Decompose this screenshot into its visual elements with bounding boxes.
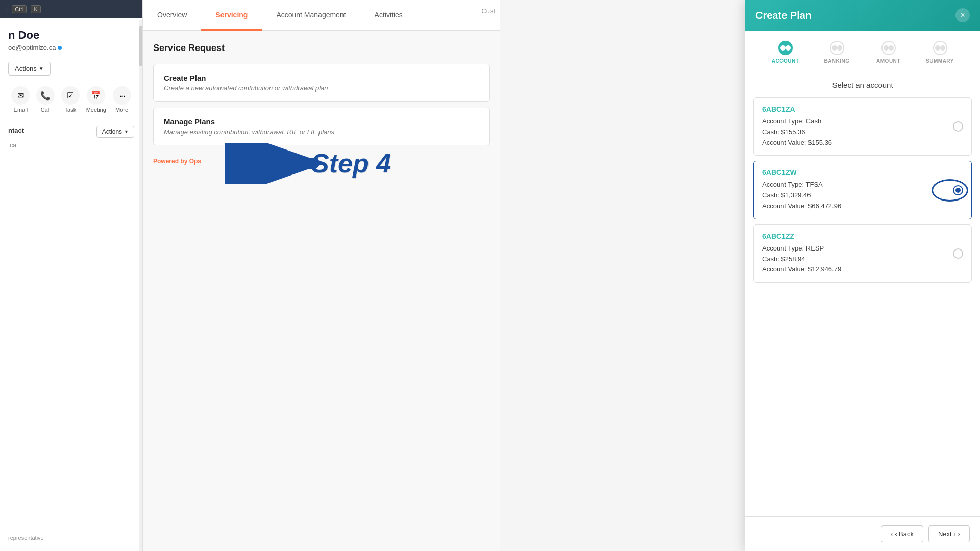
email-verified-dot: [58, 46, 62, 50]
powered-by: Powered by Ops: [153, 158, 490, 165]
contact-name: n Doe: [8, 29, 134, 42]
top-bar-text: t: [6, 6, 8, 13]
tab-account-management[interactable]: Account Management: [262, 0, 360, 31]
task-action[interactable]: ☑ Task: [61, 86, 80, 113]
close-button[interactable]: ×: [955, 8, 970, 22]
more-label: More: [115, 107, 128, 113]
ctrl-key: Ctrl: [12, 5, 27, 13]
step-account-circle: [778, 41, 793, 55]
select-account-title: Select an account: [745, 72, 980, 93]
call-action[interactable]: 📞 Call: [36, 86, 55, 113]
manage-plans-title: Manage Plans: [164, 117, 479, 126]
main-content: Overview Servicing Account Management Ac…: [143, 0, 500, 551]
account-card-6abc1zw[interactable]: 6ABC1ZW Account Type: TFSA Cash: $1,329.…: [753, 161, 972, 219]
panel-header: Create Plan ×: [745, 0, 980, 31]
email-action[interactable]: ✉ Email: [11, 86, 30, 113]
account-id-6abc1zz: 6ABC1ZZ: [762, 232, 963, 240]
step-summary-label: SUMMARY: [926, 58, 954, 64]
radio-btn-6abc1zz[interactable]: [953, 248, 963, 259]
account-type-6abc1zz: Account Type: RESP Cash: $258.94 Account…: [762, 243, 963, 275]
call-icon: 📞: [36, 86, 55, 105]
step-amount-circle: [881, 41, 896, 55]
email-label: Email: [14, 107, 28, 113]
scrollbar[interactable]: [139, 20, 142, 551]
manage-plans-card[interactable]: Manage Plans Manage existing contributio…: [153, 108, 490, 145]
account-type-6abc1zw: Account Type: TFSA Cash: $1,329.46 Accou…: [762, 180, 963, 211]
tabs-bar: Overview Servicing Account Management Ac…: [143, 0, 500, 31]
more-icon: ···: [113, 86, 131, 105]
step-banking: BANKING: [811, 41, 863, 64]
radio-btn-6abc1zw[interactable]: [953, 185, 963, 195]
tab-activities[interactable]: Activities: [360, 0, 417, 31]
tab-servicing[interactable]: Servicing: [201, 0, 262, 31]
email-detail: .ca: [8, 142, 134, 149]
create-plan-desc: Create a new automated contribution or w…: [164, 84, 479, 92]
step-account: ACCOUNT: [760, 41, 811, 64]
actions-button[interactable]: Actions ▼: [8, 62, 51, 76]
step-amount-label: AMOUNT: [876, 58, 900, 64]
create-plan-panel: Create Plan × ACCOUNT BANKING AMOUNT: [745, 0, 980, 551]
manage-plans-desc: Manage existing contribution, withdrawal…: [164, 128, 479, 136]
service-request-title: Service Request: [153, 43, 490, 54]
tab-overview[interactable]: Overview: [143, 0, 201, 31]
action-icon-row: ✉ Email 📞 Call ☑ Task 📅 Meeting ··· More: [0, 80, 142, 119]
account-id-6abc1za: 6ABC1ZA: [762, 105, 963, 113]
k-key: K: [31, 5, 40, 13]
account-card-6abc1zz[interactable]: 6ABC1ZZ Account Type: RESP Cash: $258.94…: [753, 224, 972, 283]
contact-info: n Doe oe@optimize.ca: [0, 18, 142, 58]
tab-content: Service Request Create Plan Create a new…: [143, 31, 500, 177]
step-banking-label: BANKING: [824, 58, 849, 64]
step-account-label: ACCOUNT: [772, 58, 799, 64]
meeting-action[interactable]: 📅 Meeting: [86, 86, 106, 113]
more-action[interactable]: ··· More: [113, 86, 131, 113]
call-label: Call: [41, 107, 51, 113]
contact-actions-button[interactable]: Actions ▼: [96, 126, 134, 138]
step-amount: AMOUNT: [863, 41, 914, 64]
left-panel: t Ctrl K n Doe oe@optimize.ca Actions ▼ …: [0, 0, 143, 551]
next-button[interactable]: Next › ›: [928, 525, 970, 542]
account-card-6abc1za[interactable]: 6ABC1ZA Account Type: Cash Cash: $155.36…: [753, 97, 972, 156]
stepper: ACCOUNT BANKING AMOUNT SUMMARY: [745, 31, 980, 72]
step-summary-circle: [933, 41, 947, 55]
step-summary: SUMMARY: [914, 41, 966, 64]
cust-label: Cust: [481, 7, 495, 15]
task-icon: ☑: [61, 86, 80, 105]
meeting-label: Meeting: [86, 107, 106, 113]
email-icon: ✉: [11, 86, 30, 105]
contact-email: oe@optimize.ca: [8, 44, 134, 52]
back-chevron-icon: ‹: [891, 530, 893, 538]
step-banking-circle: [830, 41, 844, 55]
panel-title: Create Plan: [755, 10, 812, 21]
chevron-down-icon: ▼: [39, 66, 44, 71]
next-chevron-icon: ›: [958, 530, 960, 538]
task-label: Task: [65, 107, 77, 113]
panel-footer: ‹ ‹ Back Next › ›: [745, 516, 980, 551]
contact-section-title: ntact: [8, 127, 24, 134]
create-plan-card[interactable]: Create Plan Create a new automated contr…: [153, 64, 490, 102]
account-list: 6ABC1ZA Account Type: Cash Cash: $155.36…: [745, 93, 980, 496]
scrollbar-thumb[interactable]: [139, 26, 142, 66]
top-bar: t Ctrl K: [0, 0, 142, 18]
radio-btn-6abc1za[interactable]: [953, 121, 963, 132]
meeting-icon: 📅: [87, 86, 105, 105]
chevron-down-icon-2: ▼: [124, 129, 129, 134]
back-button[interactable]: ‹ ‹ Back: [881, 525, 923, 542]
rep-label: representative: [8, 535, 44, 541]
account-type-6abc1za: Account Type: Cash Cash: $155.36 Account…: [762, 116, 963, 148]
create-plan-title: Create Plan: [164, 73, 479, 82]
contact-section: ntact Actions ▼ .ca: [0, 119, 142, 155]
account-id-6abc1zw: 6ABC1ZW: [762, 168, 963, 177]
